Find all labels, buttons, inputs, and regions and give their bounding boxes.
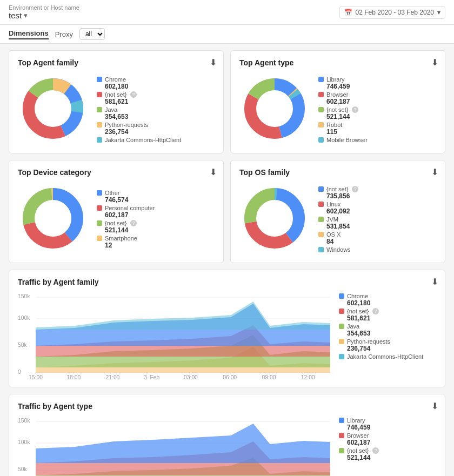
legend-dot [97, 92, 102, 97]
legend-label-text: {not set} [347, 308, 369, 314]
help-icon[interactable]: ? [130, 91, 137, 98]
svg-point-19 [36, 201, 70, 236]
legend-label-text: {not set} [347, 447, 369, 454]
legend-dot [318, 217, 324, 222]
legend-item: Other746,574 [97, 190, 155, 204]
legend-dot [97, 137, 102, 143]
traffic-agent-family-download[interactable]: ⬇ [431, 277, 438, 287]
legend-item: Browser602,187 [318, 91, 368, 105]
legend-dot [318, 186, 324, 192]
legend-value: 531,854 [326, 223, 358, 230]
os-family-download[interactable]: ⬇ [431, 167, 438, 177]
agent-family-title: Top Agent family [18, 58, 215, 67]
legend-dot [318, 77, 324, 82]
dimensions-tab[interactable]: Dimensions [9, 29, 49, 39]
date-range-text: 02 Feb 2020 - 03 Feb 2020 [356, 9, 434, 16]
legend-label-text: {not set} [105, 91, 126, 98]
legend-label-text: Windows [326, 246, 351, 253]
legend-item: Library746,459 [318, 76, 368, 90]
legend-label-text: JVM [326, 216, 338, 223]
legend-label-text: Browser [347, 432, 369, 439]
agent-family-legend: Chrome602,180{not set}?581,621Java354,65… [97, 76, 181, 143]
top-row: Top Agent family ⬇ [9, 50, 445, 153]
agent-type-title: Top Agent type [239, 58, 436, 67]
device-category-donut [18, 183, 88, 255]
legend-dot [97, 220, 102, 226]
legend-dot [339, 293, 344, 299]
device-category-download[interactable]: ⬇ [210, 167, 217, 177]
legend-value: 115 [326, 128, 368, 136]
help-icon[interactable]: ? [352, 106, 358, 113]
legend-dot [318, 107, 324, 112]
svg-text:50k: 50k [18, 342, 28, 348]
legend-dot [318, 137, 324, 143]
agent-family-chart-container: Chrome602,180{not set}?581,621Java354,65… [18, 73, 215, 145]
legend-dot [339, 324, 344, 329]
agent-family-download[interactable]: ⬇ [210, 57, 217, 68]
legend-value: 602,180 [347, 299, 436, 307]
agent-type-download[interactable]: ⬇ [431, 57, 438, 68]
svg-text:150k: 150k [18, 418, 30, 424]
traffic-agent-type-chart: 150k 100k 50k 15:00 18:00 21:00 [18, 417, 330, 476]
legend-item: Mobile Browser [318, 137, 368, 143]
calendar-icon: 📅 [344, 9, 352, 16]
legend-label-text: Jakarta Commons-HttpClient [105, 137, 181, 143]
legend-label-text: Library [347, 417, 365, 424]
help-icon[interactable]: ? [372, 447, 379, 454]
legend-dot [97, 122, 102, 128]
help-icon[interactable]: ? [352, 186, 358, 192]
legend-label-text: Java [105, 106, 117, 113]
legend-value: 521,144 [105, 226, 155, 234]
svg-text:18:00: 18:00 [66, 374, 81, 379]
legend-dot [97, 77, 102, 82]
legend-item: {not set}?521,144 [339, 447, 436, 461]
top-agent-family-card: Top Agent family ⬇ [9, 50, 224, 153]
svg-point-13 [257, 91, 292, 126]
traffic-agent-family-content: 150k 100k 50k 0 [18, 293, 436, 379]
legend-item: Browser602,187 [339, 432, 436, 446]
legend-label-text: Chrome [347, 293, 368, 299]
date-range-picker[interactable]: 📅 02 Feb 2020 - 03 Feb 2020 ▾ [339, 6, 445, 19]
legend-label-text: Python-requests [347, 338, 390, 345]
legend-value: 354,653 [347, 330, 436, 337]
legend-value: 236,754 [105, 128, 181, 136]
legend-item: Robot115 [318, 122, 368, 136]
svg-text:100k: 100k [18, 439, 30, 445]
env-dropdown-icon[interactable]: ▾ [24, 11, 28, 19]
legend-value: 746,459 [347, 424, 436, 431]
svg-text:100k: 100k [18, 315, 30, 321]
agent-type-donut [239, 73, 310, 145]
traffic-agent-family-title: Traffic by Agent family [18, 278, 436, 286]
legend-item: Library746,459 [339, 417, 436, 431]
svg-point-26 [257, 201, 292, 236]
filter-bar: Dimensions Proxy all [0, 25, 454, 44]
device-category-card: Top Device category ⬇ Other746,574Person… [9, 160, 224, 263]
traffic-agent-type-legend: Library746,459Browser602,187{not set}?52… [339, 417, 436, 476]
env-label: Environment or Host name [9, 4, 79, 11]
legend-value: 236,754 [347, 345, 436, 352]
legend-label-text: Other [105, 190, 120, 196]
legend-value: 602,180 [105, 83, 181, 90]
help-icon[interactable]: ? [372, 308, 379, 314]
svg-text:3. Feb: 3. Feb [144, 374, 160, 379]
legend-item: Java354,653 [97, 106, 181, 120]
help-icon[interactable]: ? [130, 220, 137, 226]
legend-item: Jakarta Commons-HttpClient [97, 137, 181, 143]
svg-text:0: 0 [18, 369, 21, 375]
legend-item: Jakarta Commons-HttpClient [339, 353, 436, 360]
top-agent-type-card: Top Agent type ⬇ Library746,459Browser60… [230, 50, 445, 153]
proxy-filter[interactable]: Proxy [55, 30, 73, 38]
legend-value: 354,653 [105, 113, 181, 120]
legend-value: 746,574 [105, 196, 155, 204]
legend-value: 735,856 [326, 192, 358, 200]
legend-value: 521,144 [347, 454, 436, 461]
legend-value: 602,187 [105, 211, 155, 219]
legend-dot [318, 122, 324, 128]
all-select[interactable]: all [79, 28, 105, 40]
legend-dot [339, 418, 344, 423]
traffic-agent-type-download[interactable]: ⬇ [431, 401, 438, 411]
legend-dot [318, 232, 324, 237]
svg-point-6 [36, 91, 70, 126]
legend-value: 602,092 [326, 207, 358, 215]
legend-label-text: Python-requests [105, 122, 148, 128]
